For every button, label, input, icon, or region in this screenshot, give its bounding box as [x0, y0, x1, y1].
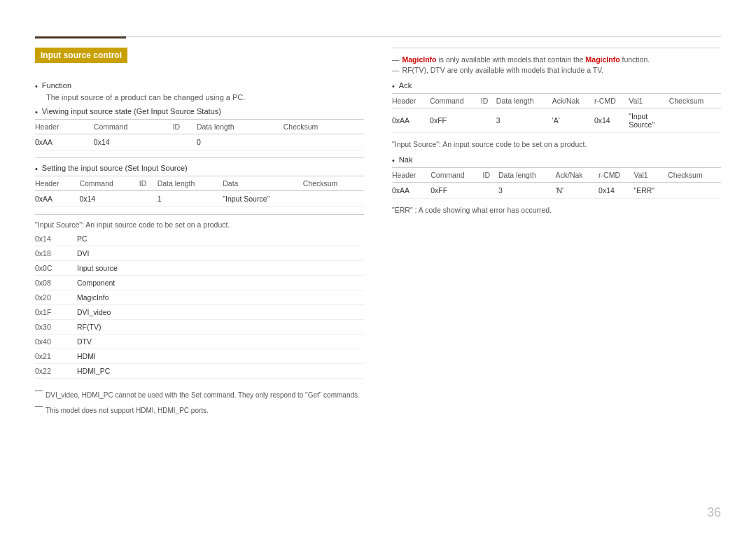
col-header-command2: Command	[79, 176, 139, 191]
magicinfo-suffix: function.	[620, 55, 650, 64]
magicinfo-bold-2: MagicInfo	[586, 55, 620, 64]
cell-command: 0x14	[94, 134, 173, 150]
source-code-row: 0x18DVI	[35, 246, 364, 261]
bullet-dot: •	[35, 82, 38, 90]
nak-col-datalen: Data length	[498, 168, 556, 183]
col-header-id2: ID	[139, 176, 158, 191]
source-code-label: HDMI	[77, 349, 364, 364]
table-row-2: 0xAA 0x14 1 "Input Source"	[35, 191, 364, 207]
source-code-hex: 0x18	[35, 246, 77, 261]
setting-bullet: • Setting the input source (Set Input So…	[35, 164, 364, 173]
viewing-label: Viewing input source state (Get Input So…	[42, 107, 221, 115]
magicinfo-note: — MagicInfo is only available with model…	[392, 55, 721, 64]
ack-bullet: • Ack	[392, 81, 721, 90]
cell-datalen2: 1	[158, 191, 223, 207]
page-number: 36	[707, 505, 721, 520]
ack-cell-command: 0xFF	[430, 108, 481, 133]
err-note: "ERR" : A code showing what error has oc…	[392, 206, 721, 214]
ack-cell-acknak: 'A'	[552, 108, 594, 133]
nak-table-row: 0xAA 0xFF 3 'N' 0x14 "ERR"	[392, 183, 721, 199]
ack-table: Header Command ID Data length Ack/Nak r-…	[392, 93, 721, 133]
col-header-data: Data	[223, 176, 302, 191]
nak-cell-checksum	[668, 183, 721, 199]
source-code-hex: 0x30	[35, 320, 77, 335]
col-header-id: ID	[173, 120, 197, 134]
footnote-2: — This model does not support HDMI, HDMI…	[35, 401, 364, 414]
nak-bullet-dot: •	[392, 156, 395, 164]
right-column: — MagicInfo is only available with model…	[392, 48, 721, 416]
source-code-label: HDMI_PC	[77, 364, 364, 379]
col-header-header: Header	[35, 120, 94, 134]
source-code-label: DTV	[77, 335, 364, 349]
left-column: Input source control • Function The inpu…	[35, 48, 364, 416]
section-title: Input source control	[35, 48, 127, 63]
footnote-text-2: This model does not support HDMI, HDMI_P…	[46, 407, 209, 414]
cell-datalen: 0	[197, 134, 284, 150]
nak-col-rcmd: r-CMD	[598, 168, 634, 183]
ack-col-header: Header	[392, 94, 430, 108]
source-code-hex: 0x0C	[35, 261, 77, 276]
function-bullet: • Function	[35, 81, 364, 90]
nak-bullet: • Nak	[392, 155, 721, 164]
nak-col-val1: Val1	[634, 168, 668, 183]
setting-label: Setting the input source (Set Input Sour…	[42, 164, 188, 172]
nak-col-acknak: Ack/Nak	[556, 168, 599, 183]
source-code-hex: 0x14	[35, 232, 77, 246]
nak-cell-datalen: 3	[498, 183, 556, 199]
nak-col-checksum: Checksum	[668, 168, 721, 183]
source-code-row: 0x30RF(TV)	[35, 320, 364, 335]
nak-cell-command: 0xFF	[430, 183, 482, 199]
source-code-label: MagicInfo	[77, 290, 364, 305]
footnote-1: — DVI_video, HDMI_PC cannot be used with…	[35, 386, 364, 399]
ack-cell-checksum	[669, 108, 721, 133]
cell-command2: 0x14	[79, 191, 139, 207]
nak-col-header: Header	[392, 168, 430, 183]
nak-cell-header: 0xAA	[392, 183, 430, 199]
cell-checksum2	[303, 191, 364, 207]
source-code-label: PC	[77, 232, 364, 246]
source-code-row: 0x08Component	[35, 276, 364, 290]
source-code-hex: 0x21	[35, 349, 77, 364]
top-rule	[35, 36, 721, 37]
ack-col-acknak: Ack/Nak	[552, 94, 594, 108]
ack-cell-val1: "InputSource"	[629, 108, 668, 133]
source-code-row: 0x20MagicInfo	[35, 290, 364, 305]
ack-col-command: Command	[430, 94, 481, 108]
footnote-text-1: DVI_video, HDMI_PC cannot be used with t…	[46, 391, 360, 399]
rf-note: — RF(TV), DTV are only available with mo…	[392, 66, 721, 74]
ack-bullet-dot: •	[392, 82, 395, 90]
nak-col-command: Command	[430, 168, 482, 183]
nak-section: • Nak Header Command ID Data length Ack/…	[392, 155, 721, 214]
nak-label: Nak	[399, 155, 413, 164]
col-header-datalen: Data length	[197, 120, 284, 134]
source-code-row: 0x22HDMI_PC	[35, 364, 364, 379]
cell-header2: 0xAA	[35, 191, 79, 207]
nak-col-id: ID	[483, 168, 499, 183]
nak-cell-id	[483, 183, 499, 199]
source-code-hex: 0x22	[35, 364, 77, 379]
footnotes: — DVI_video, HDMI_PC cannot be used with…	[35, 386, 364, 414]
ack-cell-datalen: 3	[496, 108, 552, 133]
ack-col-id: ID	[481, 94, 496, 108]
function-sub: The input source of a product can be cha…	[46, 93, 364, 101]
bullet-dot-3: •	[35, 164, 38, 173]
cell-id	[173, 134, 197, 150]
source-code-row: 0x14PC	[35, 232, 364, 246]
ack-col-val1: Val1	[629, 94, 668, 108]
ack-cell-id	[481, 108, 496, 133]
magicinfo-bold-1: MagicInfo	[402, 55, 437, 64]
ack-cell-rcmd: 0x14	[594, 108, 629, 133]
col-header-command: Command	[94, 120, 173, 134]
col-header-datalen2: Data length	[158, 176, 223, 191]
nak-cell-val1: "ERR"	[634, 183, 668, 199]
nak-table: Header Command ID Data length Ack/Nak r-…	[392, 167, 721, 199]
nak-cell-rcmd: 0x14	[598, 183, 634, 199]
source-codes-section: 0x14PC0x18DVI0x0CInput source0x08Compone…	[35, 232, 364, 379]
cell-header: 0xAA	[35, 134, 94, 150]
function-label: Function	[42, 81, 71, 90]
source-code-label: Input source	[77, 261, 364, 276]
ack-col-datalen: Data length	[496, 94, 552, 108]
page: Input source control • Function The inpu…	[0, 0, 756, 534]
rf-note-text: RF(TV), DTV are only available with mode…	[402, 66, 604, 74]
col-header-header2: Header	[35, 176, 79, 191]
